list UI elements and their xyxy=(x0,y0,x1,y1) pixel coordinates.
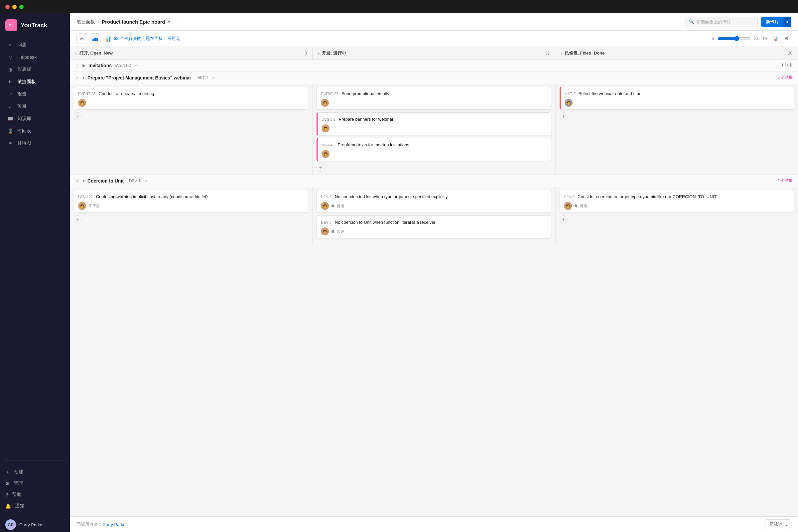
card-title: Prepare banners for webinar xyxy=(339,117,394,122)
create-action[interactable]: ＋ 创建 xyxy=(2,467,68,478)
breadcrumb[interactable]: 敏捷面板 xyxy=(76,19,95,25)
sidebar-item-issues[interactable]: ✓ 问题 xyxy=(2,39,68,51)
add-card-button-fixed-webinar[interactable]: + xyxy=(559,112,568,120)
card-dsgn1[interactable]: DSGN-1 Prepare banners for webinar 🧑 xyxy=(317,112,551,135)
svg-rect-1 xyxy=(94,38,96,41)
sidebar-item-dashboard[interactable]: ◑ 仪表板 xyxy=(2,63,68,75)
epic-row-invitations: ⠿ ▶ Invitations EVENT-2 ✏ 1 张卡 xyxy=(70,60,798,72)
size-slider[interactable] xyxy=(718,36,751,41)
board-area: ‹ 打开, Open, New 8 ‹ 开发, 进行中 32 ‹ 已修复, Fi… xyxy=(70,47,798,516)
priority-dot xyxy=(331,205,334,207)
app-logo[interactable]: YT YouTrack xyxy=(0,13,70,37)
column-fixed-webinar: MKT-2 Select the webinar date and time 🧑… xyxy=(556,84,798,174)
sidebar-bottom: ＋ 创建 ⚙ 管理 ? 帮助 🔔 通知 xyxy=(0,463,70,515)
card-id: DEV-5 xyxy=(321,221,331,225)
gantt-icon: ≡ xyxy=(7,140,13,146)
titlebar-more-icon[interactable]: ··· xyxy=(788,3,793,10)
avatar: CP xyxy=(5,519,16,530)
collapse-icon-webinar[interactable]: ▾ xyxy=(82,75,85,80)
sidebar-item-agile[interactable]: ⠿ 敏捷面板 xyxy=(2,76,68,88)
priority-label: 普通 xyxy=(337,229,344,234)
header-more-button[interactable]: ··· xyxy=(173,17,183,26)
sidebar-item-reports[interactable]: ↗ 报告 xyxy=(2,88,68,100)
sidebar-item-gantt[interactable]: ≡ 甘特图 xyxy=(2,137,68,149)
toolbar-left: ✉ xyxy=(76,33,100,44)
column-label-dev: 开发, 进行中 xyxy=(322,50,346,56)
epic-id-webinar: MKT-1 xyxy=(196,75,208,80)
sidebar-item-helpdesk[interactable]: ◎ Helpdesk xyxy=(2,51,68,63)
edit-icon-webinar[interactable]: ✏ xyxy=(212,75,215,80)
new-card-button[interactable]: 新卡片 xyxy=(761,17,783,27)
owner-name[interactable]: Carry Parker xyxy=(102,522,127,527)
card-id: EVENT-27 xyxy=(321,92,338,96)
toolbar-icons: 📊 ⚙ xyxy=(771,34,791,43)
epic-title-invitations: Invitations xyxy=(89,63,112,68)
invitations-header: ⠿ ▶ Invitations EVENT-2 ✏ 1 张卡 xyxy=(70,60,798,71)
sidebar-item-knowledge[interactable]: 📖 知识库 xyxy=(2,113,68,125)
sidebar-divider xyxy=(4,460,66,460)
add-card-button-dev-webinar[interactable]: + xyxy=(317,164,324,172)
drag-handle-icon[interactable]: ⠿ xyxy=(75,63,78,68)
card-mkt2[interactable]: MKT-2 Select the webinar date and time 🧑 xyxy=(559,87,794,110)
card-dev127[interactable]: DEV-127 Confusing warning implicit cast … xyxy=(74,190,308,213)
settings-button[interactable]: ⚙ xyxy=(782,34,791,43)
card-bottom: 🧑 xyxy=(322,150,547,158)
notify-action[interactable]: 🔔 通知 xyxy=(2,500,68,512)
owner-prefix: 面板所有者： xyxy=(76,521,102,527)
card-event27[interactable]: EVENT-27 Send promotional emails 🧑 xyxy=(317,87,551,110)
logo-icon: YT xyxy=(5,19,17,31)
search-box[interactable]: 🔍 筛选面板上的卡片 xyxy=(685,17,758,27)
window-controls[interactable] xyxy=(5,5,24,9)
card-dev8[interactable]: DEV-8 Consider coercion to target type d… xyxy=(559,190,794,213)
chart-icon-button[interactable] xyxy=(90,33,100,44)
header: 敏捷面板 / Product launch Epic board ▾ ··· 🔍… xyxy=(70,13,798,31)
edit-icon-coercion[interactable]: ✏ xyxy=(145,178,148,183)
card-id: DEV-127 xyxy=(78,195,93,199)
user-section[interactable]: CP Carry Parker xyxy=(0,515,70,532)
drag-handle-icon[interactable]: ⠿ xyxy=(75,178,78,183)
chevron-icon: ‹ xyxy=(318,51,319,56)
card-dev5[interactable]: DEV-5 No coercion to Unit when function … xyxy=(317,215,551,239)
plus-icon: ＋ xyxy=(5,469,10,475)
card-content: EVENT-28 Conduct a rehearsal meeting xyxy=(78,91,304,96)
sidebar-item-label: 敏捷面板 xyxy=(17,79,36,85)
expand-icon[interactable]: ▶ xyxy=(82,63,86,68)
columns-header: ‹ 打开, Open, New 8 ‹ 开发, 进行中 32 ‹ 已修复, Fi… xyxy=(70,47,798,60)
new-card-dropdown-button[interactable]: ▾ xyxy=(783,17,791,27)
sidebar: YT YouTrack ✓ 问题 ◎ Helpdesk ◑ 仪表板 ⠿ xyxy=(0,13,70,532)
card-mkt43[interactable]: MKT-43 Proofread texts for meetup invita… xyxy=(317,138,551,161)
minimize-button[interactable] xyxy=(12,5,17,9)
help-action[interactable]: ? 帮助 xyxy=(2,489,68,500)
sidebar-item-label: 项目 xyxy=(17,103,26,109)
manage-action[interactable]: ⚙ 管理 xyxy=(2,478,68,489)
titlebar: ··· xyxy=(0,0,798,13)
breadcrumb-separator: / xyxy=(98,19,99,25)
board-title-chevron[interactable]: ▾ xyxy=(168,19,170,25)
check-circle-icon: ✓ xyxy=(7,42,13,48)
card-dev6[interactable]: DEV-6 No coercion to Unit when type argu… xyxy=(317,190,551,213)
add-card-button-open-coercion[interactable]: + xyxy=(74,215,82,224)
knowledge-icon: 📖 xyxy=(7,116,13,122)
drag-handle-icon[interactable]: ⠿ xyxy=(75,75,78,80)
new-swim-button[interactable]: 新泳道 ... xyxy=(765,519,791,529)
epic-title-coercion: Coercion to Unit xyxy=(88,178,124,184)
card-title: No coercion to Unit when function litera… xyxy=(335,220,436,225)
edit-icon-invitations[interactable]: ✏ xyxy=(135,63,138,68)
add-card-button-open-webinar[interactable]: + xyxy=(74,112,82,120)
chevron-icon: ‹ xyxy=(75,51,76,56)
maximize-button[interactable] xyxy=(19,5,24,9)
avatar: 🧑 xyxy=(565,99,573,107)
toolbar-right: S XL TV 📊 ⚙ xyxy=(711,34,791,43)
email-icon-button[interactable]: ✉ xyxy=(76,33,87,44)
reports-icon: ↗ xyxy=(7,91,13,97)
sidebar-item-timesheet[interactable]: ⌛ 时间表 xyxy=(2,125,68,137)
add-card-button-fixed-coercion[interactable]: + xyxy=(559,215,568,224)
column-header-open: ‹ 打开, Open, New 8 xyxy=(70,47,312,59)
collapse-icon-coercion[interactable]: ▾ xyxy=(82,178,85,183)
chart-view-button[interactable]: 📊 xyxy=(771,34,780,43)
card-bottom: 🧑 xyxy=(78,99,304,107)
sidebar-item-projects[interactable]: ⠾ 项目 xyxy=(2,100,68,112)
close-button[interactable] xyxy=(5,5,10,9)
sidebar-item-label: 报告 xyxy=(17,91,26,97)
card-event28[interactable]: EVENT-28 Conduct a rehearsal meeting 🧑 xyxy=(74,87,308,110)
